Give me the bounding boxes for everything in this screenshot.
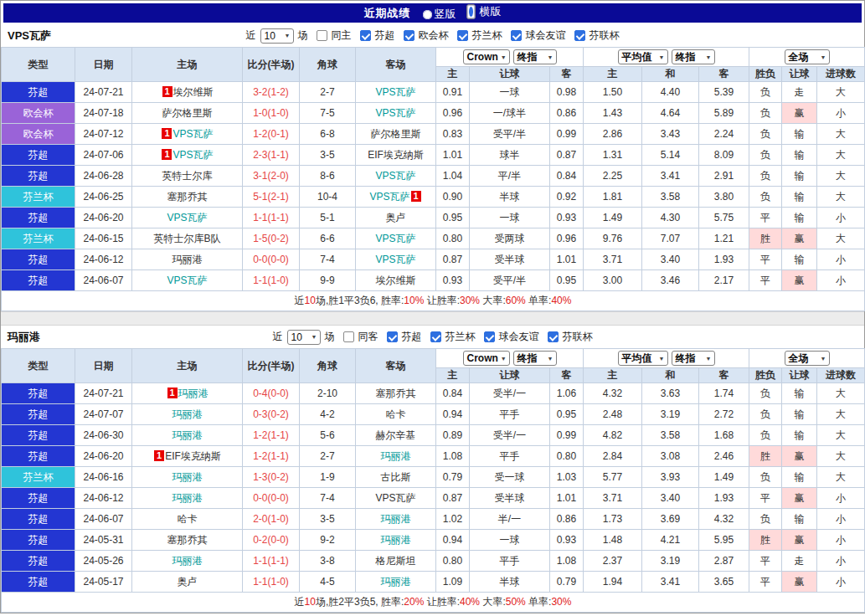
home-team-name[interactable]: 奥卢 <box>178 576 198 588</box>
avg-time-select[interactable]: 终指▼ <box>672 49 715 64</box>
league-filter-checkbox[interactable] <box>360 30 371 41</box>
handicap-cell: 一球 <box>470 530 550 551</box>
avg-time-select[interactable]: 终指▼ <box>672 351 715 366</box>
home-team-cell: 哈卡 <box>132 509 243 530</box>
home-team-name[interactable]: 玛丽港 <box>172 471 203 483</box>
match-count-select[interactable]: 10▼ <box>287 330 321 345</box>
handicap-result-cell: 输 <box>782 404 817 425</box>
score-cell: 0-0(0-0) <box>243 488 300 509</box>
home-team-name[interactable]: 玛丽港 <box>178 388 209 399</box>
away-team-name[interactable]: VPS瓦萨 <box>369 191 409 203</box>
away-team-name[interactable]: 埃尔维斯 <box>376 275 416 286</box>
away-team-name[interactable]: EIF埃克纳斯 <box>368 149 424 161</box>
odds-time-select[interactable]: 终指▼ <box>513 351 557 366</box>
home-team-name[interactable]: 塞那乔其 <box>167 534 208 546</box>
sub-column-header: 让球 <box>782 368 817 383</box>
home-team-name[interactable]: VPS瓦萨 <box>167 275 207 286</box>
view-mode-option[interactable]: 竖版 <box>423 7 456 22</box>
away-team-name[interactable]: VPS瓦萨 <box>375 170 415 182</box>
away-team-name[interactable]: 塞那乔其 <box>376 388 416 399</box>
home-team-name[interactable]: EIF埃克纳斯 <box>165 450 221 462</box>
away-team-name[interactable]: 萨尔格里斯 <box>371 128 421 140</box>
league-filter-checkbox[interactable] <box>574 30 585 41</box>
away-team-name[interactable]: VPS瓦萨 <box>375 107 415 119</box>
home-team-name[interactable]: 哈卡 <box>178 513 198 525</box>
league-filter-checkbox[interactable] <box>548 331 559 342</box>
sub-column-header: 和 <box>642 67 699 82</box>
home-team-name[interactable]: 塞那乔其 <box>167 191 208 203</box>
league-filter-checkbox[interactable] <box>511 30 522 41</box>
team-name[interactable]: VPS瓦萨 <box>8 28 51 44</box>
home-team-name[interactable]: 玛丽港 <box>172 492 203 504</box>
home-team-name[interactable]: 萨尔格里斯 <box>162 107 213 119</box>
bookmaker-select[interactable]: Crown▼ <box>463 49 510 64</box>
away-odds-cell: 0.93 <box>550 208 584 228</box>
table-row: 芬超24-06-07哈卡2-0(1-0)3-5玛丽港1.02半/一0.861.7… <box>2 509 865 530</box>
average-select[interactable]: 平均值▼ <box>618 49 668 64</box>
away-team-name[interactable]: 玛丽港 <box>381 576 411 588</box>
corners-cell: 7-4 <box>300 488 356 509</box>
league-type-cell: 芬超 <box>2 509 75 530</box>
score-cell: 1-1(1-1) <box>243 551 300 572</box>
radio-icon[interactable] <box>423 10 432 19</box>
away-team-name[interactable]: 格尼斯坦 <box>376 555 416 567</box>
away-team-name[interactable]: 哈卡 <box>386 408 406 420</box>
away-team-name[interactable]: 玛丽港 <box>381 450 411 462</box>
red-card-badge: 1 <box>162 86 172 97</box>
away-team-name[interactable]: 奥卢 <box>386 212 406 223</box>
match-count-select[interactable]: 10▼ <box>260 28 294 44</box>
league-filter-checkbox[interactable] <box>387 331 398 342</box>
league-filter-checkbox[interactable] <box>484 331 495 342</box>
handicap-result-cell: 输 <box>782 509 817 530</box>
results-table: 类型日期主场比分(半场)角球客场Crown▼终指▼平均值▼终指▼全场▼主让球客主… <box>1 348 865 613</box>
home-team-cell: 玛丽港 <box>132 488 243 509</box>
view-mode-option[interactable]: 横版 <box>465 4 502 19</box>
away-team-name[interactable]: 赫尔辛基 <box>376 429 416 441</box>
odds-time-select[interactable]: 终指▼ <box>513 49 557 64</box>
bookmaker-select[interactable]: Crown▼ <box>463 351 510 366</box>
avg-home-cell: 2.25 <box>584 166 642 187</box>
away-team-name[interactable]: VPS瓦萨 <box>375 492 415 504</box>
table-row: 芬超24-06-12玛丽港0-0(0-0)7-4VPS瓦萨0.87受半球1.01… <box>2 488 865 509</box>
home-team-name[interactable]: 英特士尔库 <box>162 170 213 182</box>
avg-away-cell: 1.68 <box>699 425 749 446</box>
home-team-name[interactable]: 玛丽港 <box>172 254 203 265</box>
away-team-name[interactable]: 古比斯 <box>381 471 411 483</box>
away-team-name[interactable]: VPS瓦萨 <box>375 233 415 244</box>
home-team-name[interactable]: 玛丽港 <box>172 408 203 420</box>
avg-away-cell: 1.93 <box>699 249 749 270</box>
same-venue-checkbox[interactable] <box>317 30 327 41</box>
date-cell: 24-05-26 <box>75 551 132 572</box>
result-cell: 负 <box>749 187 782 208</box>
team-name[interactable]: 玛丽港 <box>8 330 40 345</box>
radio-selected-icon[interactable] <box>466 4 476 19</box>
league-filter-label: 球会友谊 <box>499 330 539 344</box>
away-team-name[interactable]: 玛丽港 <box>381 513 411 525</box>
home-team-name[interactable]: VPS瓦萨 <box>172 128 213 140</box>
away-team-name[interactable]: VPS瓦萨 <box>375 254 415 265</box>
period-select[interactable]: 全场▼ <box>785 351 830 366</box>
league-filter-checkbox[interactable] <box>430 331 441 342</box>
avg-home-cell: 4.32 <box>584 383 642 404</box>
period-select[interactable]: 全场▼ <box>785 49 830 64</box>
home-team-name[interactable]: VPS瓦萨 <box>167 212 207 223</box>
home-team-cell: 1VPS瓦萨 <box>132 124 243 145</box>
avg-draw-cell: 4.21 <box>642 530 699 551</box>
league-filter-checkbox[interactable] <box>457 30 468 41</box>
away-odds-cell: 0.99 <box>550 425 584 446</box>
column-header: 角球 <box>300 48 356 82</box>
home-team-name[interactable]: 埃尔维斯 <box>173 86 214 98</box>
handicap-result-cell: 输 <box>782 425 817 446</box>
home-team-name[interactable]: 英特士尔库B队 <box>153 233 220 244</box>
same-venue-checkbox[interactable] <box>343 331 354 342</box>
league-filter-checkbox[interactable] <box>404 30 414 41</box>
goals-cell: 小 <box>817 509 865 530</box>
avg-draw-cell: 3.43 <box>642 124 699 145</box>
home-team-name[interactable]: 玛丽港 <box>172 555 203 567</box>
score-cell: 1-2(1-1) <box>243 425 300 446</box>
home-team-name[interactable]: 玛丽港 <box>172 429 203 441</box>
away-team-name[interactable]: VPS瓦萨 <box>375 86 415 98</box>
home-team-name[interactable]: VPS瓦萨 <box>172 149 213 161</box>
away-team-name[interactable]: 玛丽港 <box>381 534 411 546</box>
average-select[interactable]: 平均值▼ <box>618 351 668 366</box>
